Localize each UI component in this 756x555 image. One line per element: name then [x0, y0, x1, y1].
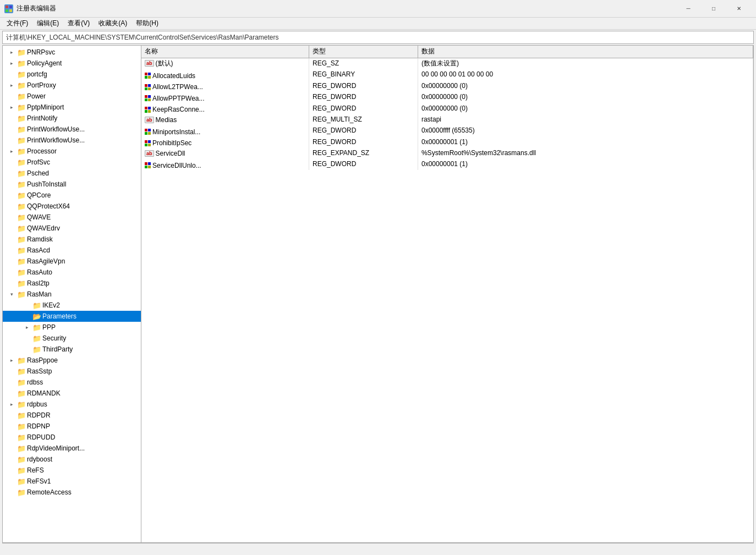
svg-rect-0: [6, 6, 8, 8]
tree-item-rdpdr[interactable]: 📁RDPDR: [3, 410, 141, 421]
expand-icon-qwave: [7, 213, 16, 222]
expand-icon-ikev2: [23, 301, 31, 310]
folder-icon-rdyboost: 📁: [17, 455, 26, 463]
tree-item-rdbss[interactable]: 📁rdbss: [3, 377, 141, 388]
tree-item-portcfg[interactable]: 📁portcfg: [3, 69, 141, 80]
menu-item-e[interactable]: 编辑(E): [32, 18, 63, 29]
tree-item-qqprotectx64[interactable]: 📁QQProtectX64: [3, 201, 141, 212]
reg-type: REG_BINARY: [309, 69, 418, 80]
tree-item-power[interactable]: 📁Power: [3, 91, 141, 102]
tree-label-security: Security: [42, 334, 66, 342]
tree-item-raspppoe[interactable]: ▸📁RasPppoe: [3, 355, 141, 366]
table-row[interactable]: ab ServiceDllREG_EXPAND_SZ%SystemRoot%\S…: [141, 147, 753, 158]
tree-item-parameters[interactable]: 📂Parameters: [3, 311, 141, 322]
reg-name: ProhibitIpSec: [141, 136, 309, 148]
reg-type: REG_DWORD: [309, 136, 418, 148]
tree-item-rdpnp[interactable]: 📁RDPNP: [3, 421, 141, 432]
menu-item-a[interactable]: 收藏夹(A): [94, 18, 132, 29]
tree-item-printworkflowuse2[interactable]: 📁PrintWorkflowUse...: [3, 135, 141, 146]
tree-item-rasl2tp[interactable]: 📁Rasl2tp: [3, 278, 141, 289]
table-row[interactable]: AllocatedLuidsREG_BINARY00 00 00 00 01 0…: [141, 69, 753, 80]
expand-icon-power: [7, 92, 16, 101]
folder-icon-ramdisk: 📁: [17, 235, 26, 243]
expand-icon-security: [23, 334, 31, 343]
tree-item-qwave[interactable]: 📁QWAVE: [3, 212, 141, 223]
tree-label-printworkflowuse1: PrintWorkflowUse...: [27, 125, 85, 133]
reg-type: REG_EXPAND_SZ: [309, 147, 418, 158]
tree-label-printnotify: PrintNotify: [27, 114, 57, 122]
table-row[interactable]: MiniportsInstal...REG_DWORD0x0000ffff (6…: [141, 125, 753, 136]
tree-item-processor[interactable]: ▸📁Processor: [3, 146, 141, 157]
expand-icon-policyagent[interactable]: ▸: [7, 59, 16, 68]
tree-item-rasauto[interactable]: 📁RasAuto: [3, 267, 141, 278]
menu-item-h[interactable]: 帮助(H): [132, 18, 163, 29]
table-row[interactable]: AllowL2TPWea...REG_DWORD0x00000000 (0): [141, 80, 753, 92]
expand-icon-rasacd: [7, 246, 16, 255]
folder-icon-refs: 📁: [17, 466, 26, 474]
tree-item-pushtoinstall[interactable]: 📁PushToInstall: [3, 179, 141, 190]
expand-icon-pptpminiport[interactable]: ▸: [7, 103, 16, 112]
folder-icon-printnotify: 📁: [17, 114, 26, 122]
expand-icon-rasagilevpn: [7, 257, 16, 266]
reg-type: REG_MULTI_SZ: [309, 114, 418, 125]
expand-icon-ppp[interactable]: ▸: [23, 323, 31, 332]
folder-icon-processor: 📁: [17, 147, 26, 155]
folder-icon-rasman: 📁: [17, 290, 26, 298]
tree-item-ramdisk[interactable]: 📁Ramdisk: [3, 234, 141, 245]
expand-icon-processor[interactable]: ▸: [7, 147, 16, 156]
menu-item-f[interactable]: 文件(F): [2, 18, 32, 29]
expand-icon-portproxy[interactable]: ▸: [7, 81, 16, 90]
tree-item-rasacd[interactable]: 📁RasAcd: [3, 245, 141, 256]
table-row[interactable]: AllowPPTPWea...REG_DWORD0x00000000 (0): [141, 91, 753, 103]
values-pane[interactable]: 名称类型数据 ab (默认)REG_SZ(数值未设置) AllocatedLui…: [141, 46, 753, 542]
close-button[interactable]: ✕: [726, 0, 752, 18]
tree-pane[interactable]: ▸📁PNRPsvc▸📁PolicyAgent📁portcfg▸📁PortProx…: [3, 46, 141, 542]
tree-item-printworkflowuse1[interactable]: 📁PrintWorkflowUse...: [3, 124, 141, 135]
tree-item-rdpvideominiport[interactable]: 📁RdpVideoMiniport...: [3, 443, 141, 454]
tree-item-rdpbus[interactable]: ▸📁rdpbus: [3, 399, 141, 410]
tree-item-refsv1[interactable]: 📁ReFSv1: [3, 476, 141, 487]
table-row[interactable]: ab MediasREG_MULTI_SZrastapi: [141, 114, 753, 125]
tree-item-profsvc[interactable]: 📁ProfSvc: [3, 157, 141, 168]
expand-icon-rasman[interactable]: ▾: [7, 290, 16, 299]
tree-item-ikev2[interactable]: 📁IKEv2: [3, 300, 141, 311]
tree-item-refs[interactable]: 📁ReFS: [3, 465, 141, 476]
tree-item-security[interactable]: 📁Security: [3, 333, 141, 344]
tree-item-psched[interactable]: 📁Psched: [3, 168, 141, 179]
tree-item-ppp[interactable]: ▸📁PPP: [3, 322, 141, 333]
minimize-button[interactable]: ─: [676, 0, 701, 18]
tree-item-pptpminiport[interactable]: ▸📁PptpMiniport: [3, 102, 141, 113]
tree-item-rdyboost[interactable]: 📁rdyboost: [3, 454, 141, 465]
tree-item-policyagent[interactable]: ▸📁PolicyAgent: [3, 58, 141, 69]
tree-item-rdpudd[interactable]: 📁RDPUDD: [3, 432, 141, 443]
tree-item-portproxy[interactable]: ▸📁PortProxy: [3, 80, 141, 91]
reg-data: 00 00 00 00 01 00 00 00: [418, 69, 753, 80]
tree-item-pnrpsvc[interactable]: ▸📁PNRPsvc: [3, 47, 141, 58]
folder-icon-power: 📁: [17, 92, 26, 100]
tree-item-rdmandk[interactable]: 📁RDMANDK: [3, 388, 141, 399]
table-row[interactable]: ProhibitIpSecREG_DWORD0x00000001 (1): [141, 136, 753, 148]
tree-item-rassstp[interactable]: 📁RasSstp: [3, 366, 141, 377]
registry-table: 名称类型数据 ab (默认)REG_SZ(数值未设置) AllocatedLui…: [141, 46, 753, 170]
expand-icon-raspppoe[interactable]: ▸: [7, 356, 16, 365]
expand-icon-rdpbus[interactable]: ▸: [7, 400, 16, 409]
tree-label-parameters: Parameters: [42, 312, 76, 320]
tree-item-thirdparty[interactable]: 📁ThirdParty: [3, 344, 141, 355]
tree-item-printnotify[interactable]: 📁PrintNotify: [3, 113, 141, 124]
expand-icon-rdyboost: [7, 455, 16, 464]
reg-type-icon: ab (默认): [145, 59, 173, 68]
table-row[interactable]: ab (默认)REG_SZ(数值未设置): [141, 58, 753, 69]
expand-icon-pnrpsvc[interactable]: ▸: [7, 48, 16, 57]
table-row[interactable]: KeepRasConne...REG_DWORD0x00000000 (0): [141, 103, 753, 114]
menu-item-v[interactable]: 查看(V): [63, 18, 94, 29]
folder-icon-pptpminiport: 📁: [17, 103, 26, 111]
tree-item-qwavedrv[interactable]: 📁QWAVEdrv: [3, 223, 141, 234]
tree-item-remoteaccess[interactable]: 📁RemoteAccess: [3, 487, 141, 498]
tree-item-qpcore[interactable]: 📁QPCore: [3, 190, 141, 201]
maximize-button[interactable]: □: [701, 0, 726, 18]
tree-item-rasagilevpn[interactable]: 📁RasAgileVpn: [3, 256, 141, 267]
tree-label-policyagent: PolicyAgent: [27, 59, 62, 67]
tree-label-processor: Processor: [27, 147, 57, 155]
table-row[interactable]: ServiceDllUnlo...REG_DWORD0x00000001 (1): [141, 158, 753, 170]
tree-item-rasman[interactable]: ▾📁RasMan: [3, 289, 141, 300]
